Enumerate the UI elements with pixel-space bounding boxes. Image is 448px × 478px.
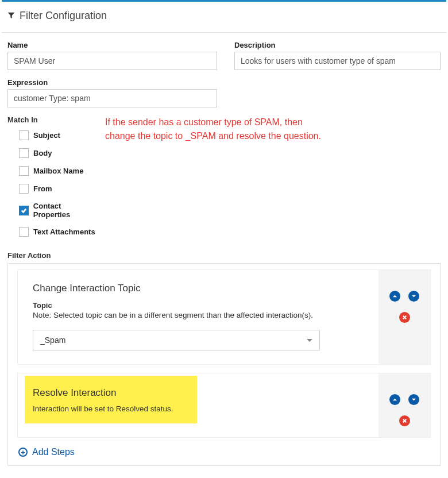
checkbox-contact-properties[interactable] xyxy=(19,206,29,215)
annotation-text: If the sender has a customer type of SPA… xyxy=(105,115,441,241)
checkbox-row-mailbox-name[interactable]: Mailbox Name xyxy=(7,162,99,180)
checkbox-label-subject: Subject xyxy=(33,131,60,140)
plus-circle-icon: + xyxy=(18,448,28,457)
checkbox-body[interactable] xyxy=(19,148,29,158)
checkbox-mailbox-name[interactable] xyxy=(19,166,29,176)
step-title-resolve: Resolve Interaction xyxy=(33,387,187,399)
step-title-change-topic: Change Interaction Topic xyxy=(33,283,365,294)
step-resolve-interaction: Resolve Interaction Interaction will be … xyxy=(17,373,431,438)
highlight-box: Resolve Interaction Interaction will be … xyxy=(25,376,197,423)
chevron-down-icon xyxy=(411,397,416,402)
checkbox-row-body[interactable]: Body xyxy=(7,144,99,162)
move-down-button[interactable] xyxy=(408,394,419,405)
expression-label: Expression xyxy=(7,78,217,87)
checkbox-row-contact-properties[interactable]: Contact Properties xyxy=(7,198,99,223)
match-in-group: Match In Subject Body Mailbox Name From xyxy=(7,115,99,241)
step-controls xyxy=(379,270,430,364)
checkbox-from[interactable] xyxy=(19,184,29,194)
chevron-up-icon xyxy=(392,294,397,299)
remove-step-button[interactable] xyxy=(399,312,410,323)
move-down-button[interactable] xyxy=(408,291,419,302)
topic-label: Topic xyxy=(33,301,365,310)
chevron-down-icon xyxy=(411,294,416,299)
annotation-line-2: change the topic to _SPAM and resolve th… xyxy=(105,129,441,143)
checkbox-label-body: Body xyxy=(33,149,52,157)
page-title: Filter Configuration xyxy=(20,10,107,22)
description-input[interactable] xyxy=(234,52,441,70)
name-input[interactable] xyxy=(7,52,217,70)
topic-select[interactable]: _Spam xyxy=(33,330,320,350)
chevron-down-icon xyxy=(307,339,312,342)
checkbox-label-mailbox-name: Mailbox Name xyxy=(33,167,83,175)
annotation-line-1: If the sender has a customer type of SPA… xyxy=(105,115,441,129)
topic-note: Note: Selected topic can be in a differe… xyxy=(33,311,365,319)
remove-step-button[interactable] xyxy=(399,415,410,426)
checkbox-text-attachments[interactable] xyxy=(19,227,29,237)
move-up-button[interactable] xyxy=(389,394,400,405)
filter-action-panel: Change Interaction Topic Topic Note: Sel… xyxy=(7,263,441,466)
page-header: Filter Configuration xyxy=(2,7,446,33)
chevron-up-icon xyxy=(392,397,397,402)
checkbox-row-from[interactable]: From xyxy=(7,180,99,198)
description-label: Description xyxy=(234,41,441,49)
checkbox-label-contact-properties: Contact Properties xyxy=(33,202,99,219)
match-in-label: Match In xyxy=(7,115,99,124)
close-icon xyxy=(402,418,407,423)
checkbox-row-subject[interactable]: Subject xyxy=(7,126,99,144)
field-expression: Expression xyxy=(7,78,217,107)
expression-input[interactable] xyxy=(7,89,217,107)
topic-select-value: _Spam xyxy=(40,336,65,345)
checkbox-label-text-attachments: Text Attachments xyxy=(33,228,95,236)
move-up-button[interactable] xyxy=(389,291,400,302)
step-change-topic: Change Interaction Topic Topic Note: Sel… xyxy=(17,269,431,365)
close-icon xyxy=(402,315,407,320)
filter-icon xyxy=(7,10,15,22)
add-steps-button[interactable]: + Add Steps xyxy=(17,446,76,458)
checkbox-row-text-attachments[interactable]: Text Attachments xyxy=(7,223,99,241)
top-accent-bar xyxy=(2,0,446,2)
name-label: Name xyxy=(7,41,217,49)
checkbox-subject[interactable] xyxy=(19,130,29,140)
checkbox-label-from: From xyxy=(33,184,52,193)
filter-action-label: Filter Action xyxy=(2,244,446,263)
field-name: Name xyxy=(7,41,217,70)
field-description: Description xyxy=(234,41,441,70)
resolve-note: Interaction will be set to Resolved stat… xyxy=(33,404,187,413)
add-steps-label: Add Steps xyxy=(32,447,75,457)
step-controls xyxy=(379,373,430,437)
